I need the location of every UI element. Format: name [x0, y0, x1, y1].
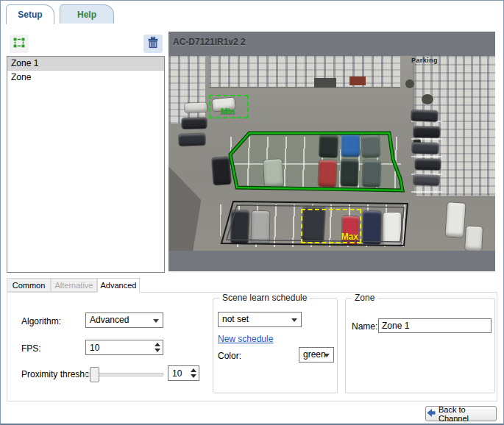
zone-list-item[interactable]: Zone 1: [7, 57, 164, 71]
tab-common[interactable]: Common: [7, 278, 51, 292]
chevron-down-icon: [324, 354, 330, 357]
back-button-label: Back to Channel: [439, 405, 496, 423]
tab-help-label: Help: [77, 10, 96, 20]
group-title: Zone: [352, 293, 377, 303]
tab-help[interactable]: Help: [60, 4, 114, 24]
zone-name-input[interactable]: [378, 318, 491, 333]
algorithm-value: Advanced: [90, 315, 129, 325]
fps-label: FPS:: [21, 343, 41, 354]
trash-icon: [146, 36, 160, 52]
proximity-spin-down-icon[interactable]: [191, 374, 196, 378]
algorithm-label: Algorithm:: [21, 316, 61, 326]
zone-list[interactable]: Zone 1 Zone: [7, 56, 165, 273]
fps-stepper[interactable]: [85, 340, 163, 355]
video-display[interactable]: AC-D7121IR1v2 2: [168, 32, 495, 271]
tab-advanced[interactable]: Advanced: [97, 278, 140, 293]
zone-list-item[interactable]: Zone: [7, 71, 164, 84]
app-window: Help Setup Zone 1 Zo: [0, 0, 504, 425]
scene-learn-schedule-group: Scene learn schedule not set New schedul…: [213, 298, 338, 393]
delete-zone-button[interactable]: [143, 35, 163, 53]
camera-name-label: AC-D7121IR1v2 2: [173, 37, 246, 47]
min-size-label: Min: [221, 107, 235, 115]
zone-group: Zone Name:: [345, 298, 495, 393]
group-title: Scene learn schedule: [219, 293, 310, 303]
proximity-input[interactable]: [168, 366, 188, 380]
chevron-down-icon: [291, 318, 297, 322]
proximity-spin-up-icon[interactable]: [191, 368, 196, 372]
tab-setup-label: Setup: [18, 10, 42, 20]
parking-sign-text: Parking: [411, 57, 438, 64]
max-size-rect[interactable]: Max: [301, 209, 361, 243]
proximity-stepper[interactable]: [168, 365, 199, 381]
algorithm-select[interactable]: Advanced: [85, 312, 163, 328]
proximity-slider[interactable]: [85, 367, 162, 382]
back-to-channel-button[interactable]: Back to Channel: [425, 406, 497, 421]
fps-spin-up-icon[interactable]: [155, 343, 160, 346]
schedule-select[interactable]: not set: [218, 312, 302, 327]
slider-thumb[interactable]: [90, 367, 99, 382]
add-zone-button[interactable]: [10, 35, 29, 53]
tab-alternative: Alternative: [51, 278, 97, 292]
max-size-label: Max: [341, 232, 358, 242]
tab-setup[interactable]: Setup: [6, 4, 54, 24]
fps-spin-down-icon[interactable]: [155, 349, 160, 352]
color-label: Color:: [218, 351, 241, 361]
schedule-value: not set: [222, 314, 249, 324]
color-select[interactable]: green: [299, 347, 334, 362]
fps-input[interactable]: [86, 340, 152, 354]
camera-frame: Min Max Parking: [168, 56, 495, 251]
new-schedule-link[interactable]: New schedule: [218, 334, 273, 344]
chevron-down-icon: [153, 319, 159, 323]
back-arrow-icon: [426, 408, 436, 419]
min-size-rect[interactable]: Min: [209, 95, 249, 118]
zone-shape-icon: [13, 36, 26, 52]
color-value: green: [303, 349, 326, 360]
zone-name-label: Name:: [352, 321, 377, 332]
